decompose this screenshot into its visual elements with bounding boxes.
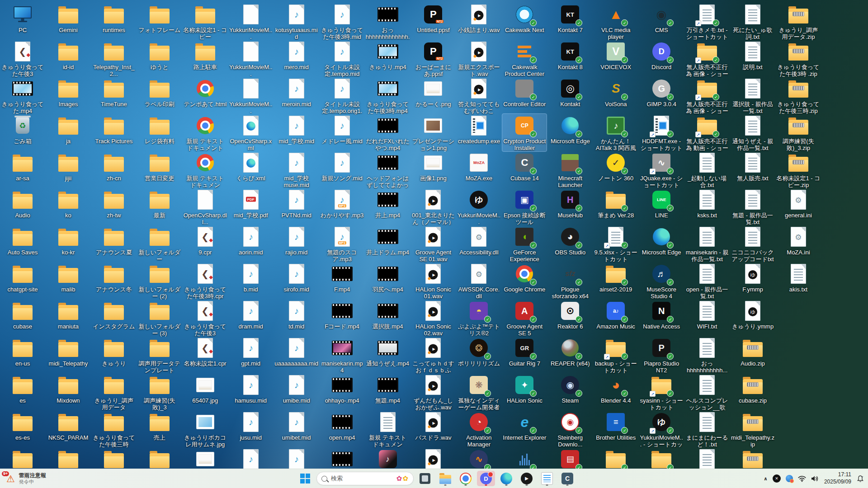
desktop-icon[interactable]: P✓Piapro Studio NT2	[639, 336, 684, 374]
desktop-icon[interactable]: テンポあて.html	[183, 77, 227, 108]
desktop-icon[interactable]: 選択肢.mp4	[366, 299, 410, 330]
desktop-icon[interactable]: ✓Controller Editor	[502, 77, 547, 108]
taskbar-app-window[interactable]	[416, 471, 434, 486]
desktop-icon[interactable]: KT✓Kontakt 8	[548, 40, 592, 70]
desktop-icon[interactable]: ♪新規ソング.mid	[320, 151, 364, 182]
desktop-icon[interactable]: PNT2Untitled.ppsf	[411, 3, 455, 33]
desktop-icon[interactable]: 調声練習(失敗)_3	[137, 373, 182, 411]
desktop-icon[interactable]: OpenCvSharp.xml	[229, 114, 273, 151]
desktop-icon[interactable]: ✓➚無人販売不正行為 動画 - ショートカット	[685, 114, 729, 152]
tray-blue-app-icon[interactable]	[786, 475, 793, 482]
desktop-icon[interactable]: ❮名称未設定1.cpr	[183, 336, 227, 367]
desktop-icon[interactable]: MoZAMoZA.exe	[457, 151, 501, 182]
desktop-icon[interactable]: cubase	[0, 299, 45, 330]
desktop-icon[interactable]: ♪hamusu.mid	[229, 373, 273, 404]
desktop-icon[interactable]: PC	[0, 3, 45, 33]
desktop-icon[interactable]: midi_Telepathy	[46, 336, 90, 367]
desktop-icon[interactable]: ohhayo-.mp4	[320, 373, 364, 404]
desktop-icon[interactable]: Track Pictures	[92, 114, 136, 145]
desktop-icon[interactable]: F.mp4	[320, 262, 364, 293]
desktop-icon[interactable]: OpenCvSharp.dll...	[183, 188, 227, 225]
desktop-icon[interactable]: ja	[46, 114, 90, 145]
desktop-icon[interactable]: 新規 テキスト ドキュメント.html	[183, 151, 227, 189]
desktop-icon[interactable]: manisekarin - 親作品一覧.txt	[685, 225, 729, 263]
desktop-icon[interactable]: es	[0, 373, 45, 404]
desktop-icon[interactable]: sfz✓Plogue sforzando x64	[548, 262, 592, 300]
desktop-icon[interactable]: おっhhhhhhhhhhhhh...	[366, 3, 410, 41]
desktop-icon[interactable]: Gemini	[46, 3, 90, 33]
desktop-icon[interactable]: 井上ドラム.mp4	[366, 225, 410, 256]
desktop-icon[interactable]: ♪sirofo.mid	[274, 262, 319, 293]
desktop-icon[interactable]: malib	[46, 262, 90, 293]
desktop-icon[interactable]: ▣✓Epson 接続診断ツール	[502, 188, 547, 225]
desktop-icon[interactable]: ♪タイトル未設定.tempo.orig1.mid	[320, 77, 364, 115]
desktop-icon[interactable]: きゅうり食ってた.mp4	[0, 77, 45, 114]
desktop-icon[interactable]: YukkuriMovieM...	[229, 3, 273, 40]
desktop-icon[interactable]: 通知うぜえ.mp4	[366, 336, 410, 367]
desktop-icon[interactable]: V✓VOICEVOX	[594, 40, 638, 70]
desktop-icon[interactable]: Audio.zip	[731, 336, 775, 367]
desktop-icon[interactable]: ▶答え知っててもむずいわこれ.wav	[457, 77, 501, 115]
desktop-icon[interactable]: es-es	[0, 410, 45, 441]
desktop-icon[interactable]: 最新	[137, 188, 182, 219]
desktop-icon[interactable]: ♪kotusytuaaus.mid	[274, 3, 319, 40]
desktop-icon[interactable]: 調声練習(失敗)_3.zip	[776, 114, 821, 151]
desktop-icon[interactable]: createdump.exe	[457, 114, 501, 145]
taskbar-chrome[interactable]	[457, 471, 475, 486]
desktop-icon[interactable]: 売上	[137, 410, 182, 441]
taskbar-media-player[interactable]: ▶	[518, 471, 536, 486]
desktop-icon[interactable]: ♪タイトル未設定.tempo.mid	[320, 40, 364, 77]
desktop-icon[interactable]: e✓Internet Explorer	[502, 410, 547, 441]
desktop-icon[interactable]: id-id	[46, 40, 90, 70]
desktop-icon[interactable]: jijii	[46, 151, 90, 182]
desktop-icon[interactable]: midi_Telepathy.zip	[731, 410, 775, 448]
desktop-icon[interactable]: WIFI.txt	[685, 299, 729, 330]
desktop-icon[interactable]: ゆF.ymmp	[731, 262, 775, 293]
desktop-icon[interactable]: ▶001_東北きりたん（ノーマル）_今じゃ...	[411, 188, 455, 226]
desktop-icon[interactable]	[137, 447, 182, 471]
desktop-icon[interactable]: LINE✓LINE	[639, 188, 684, 219]
desktop-icon[interactable]: akis.txt	[776, 262, 821, 293]
desktop-icon[interactable]: YukkuriMovieM...	[229, 77, 273, 114]
desktop-icon[interactable]: chatgpt-site	[0, 262, 45, 293]
desktop-icon[interactable]: ◓✓ぷよぷよ™テトリス®2	[457, 299, 501, 337]
desktop-icon[interactable]: ♪uaaaaaaaaa.mid	[274, 336, 319, 367]
desktop-icon[interactable]: ⚙general.ini	[776, 188, 821, 219]
desktop-icon[interactable]: 新しいフォルダー (3)	[137, 299, 182, 337]
desktop-icon[interactable]: 選択肢 - 親作品一覧.txt	[731, 77, 775, 114]
desktop-icon[interactable]: 井上.mp4	[366, 188, 410, 219]
desktop-icon[interactable]: runtimes	[92, 3, 136, 33]
desktop-icon[interactable]: きゅうり食ってた午後3時 .zip	[776, 40, 821, 77]
desktop-icon[interactable]: YukkuriMovieM...	[229, 40, 273, 77]
desktop-icon[interactable]: ♪mid_学校.mid	[274, 114, 319, 145]
desktop-icon[interactable]: きゅうり.mp4	[366, 40, 410, 70]
desktop-icon[interactable]: 名称未設定1 - コピー.zip	[776, 151, 821, 188]
desktop-icon[interactable]: インスタグラム	[92, 299, 136, 330]
desktop-icon[interactable]: ▶	[411, 447, 455, 471]
desktop-icon[interactable]: ♪umibe.mid	[274, 373, 319, 404]
desktop-icon[interactable]: ✦✓HALion Sonic	[502, 373, 547, 404]
desktop-icon[interactable]: H✓MuseHub	[548, 188, 592, 219]
volume-icon[interactable]	[811, 475, 819, 482]
desktop-icon[interactable]: ✓➚HDDFMT.exe - ショートカット	[639, 114, 684, 151]
tray-overflow-chevron-icon[interactable]: ∧	[764, 476, 768, 482]
desktop-icon[interactable]: NKSC_PARAM	[46, 410, 90, 441]
desktop-icon[interactable]: ❮きゅうり食ってた午後3時.cpr	[183, 262, 227, 300]
desktop-icon[interactable]: zh-tw	[92, 188, 136, 219]
desktop-icon[interactable]: ▶こってゅｈｄすおｆｄｓｂふぁ.wav	[411, 336, 455, 374]
desktop-icon[interactable]	[183, 447, 227, 471]
desktop-icon[interactable]: ♪aorin.mid	[229, 225, 273, 256]
desktop-icon[interactable]: ゆうと	[137, 40, 182, 70]
desktop-icon[interactable]: ❂✓ポリリリリズム	[457, 336, 501, 367]
desktop-icon[interactable]: フォトフレーム	[137, 3, 182, 33]
desktop-icon[interactable]: ✓筆まめ Ver.28	[594, 188, 638, 219]
desktop-icon[interactable]: ✓➚9.5.xlsx - ショートカット	[594, 225, 638, 263]
desktop-icon[interactable]: G✓GIMP 3.0.4	[639, 77, 684, 108]
desktop-icon[interactable]: 画像1.png	[411, 151, 455, 182]
desktop-icon[interactable]: まにまにわーるど！.txt	[685, 410, 729, 448]
taskbar-clock[interactable]: 17:11 2025/09/09	[824, 471, 851, 485]
desktop-icon[interactable]: ✓airset2-2019	[594, 262, 638, 293]
desktop-icon[interactable]: 新規 テキスト ドキュメント (2).html	[183, 114, 227, 152]
desktop-icon[interactable]: 路上駐車	[183, 40, 227, 70]
desktop-icon[interactable]: プレゼンテーション1.png	[411, 114, 455, 151]
